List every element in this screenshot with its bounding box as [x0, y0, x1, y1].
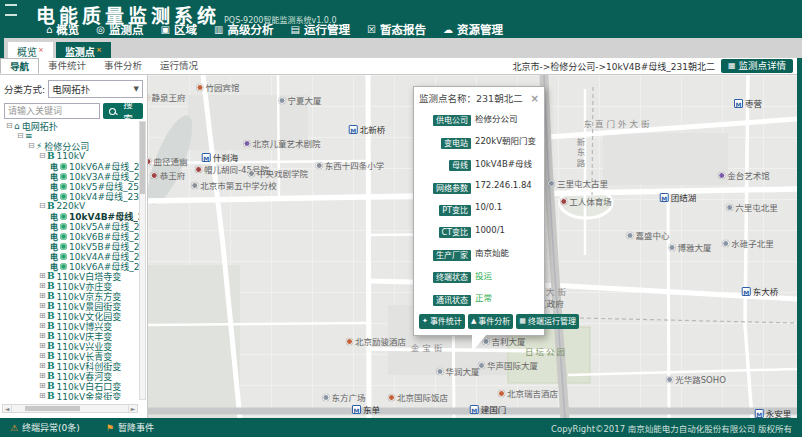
tree-item[interactable]: 电10kV4#母线_232 120	[0, 191, 139, 201]
nav-item-region[interactable]: ▣区域	[161, 21, 197, 37]
map-canvas[interactable]: 竹园宾馆静泉王府宁夏大厦M北新桥东直门外大街M枣营北京儿童艺术剧院M什刹海曲径通…	[148, 75, 797, 418]
panel-tab-1[interactable]: 事件统计	[39, 58, 95, 74]
map-label: 北京瑞吉酒店	[498, 387, 558, 399]
map-label: 东直门外大街	[583, 117, 652, 129]
metro-icon: M	[734, 99, 743, 108]
tab-close-icon[interactable]: ×	[96, 46, 102, 54]
nav-item-resource-management[interactable]: ☁资源管理	[443, 21, 503, 37]
field-value: 1000/1	[475, 225, 505, 235]
h-scroll-thumb[interactable]	[25, 406, 80, 411]
map-label: 恭王府	[151, 169, 186, 181]
expand-icon[interactable]: ⊞	[39, 361, 47, 371]
expand-icon[interactable]: ⊞	[39, 321, 47, 331]
expand-icon[interactable]: ⊞	[39, 271, 47, 281]
expand-icon[interactable]: ⊞	[39, 301, 47, 311]
panel-tab-2[interactable]: 事件分析	[95, 58, 151, 74]
close-icon[interactable]: ×	[531, 94, 539, 103]
expand-icon[interactable]: ⊞	[39, 281, 47, 291]
main-nav: ⌂概览◎监测点▣区域▥高级分析▤运行管理☒暂态报告☁资源管理	[46, 21, 503, 37]
expand-icon[interactable]: ⊞	[39, 371, 47, 381]
nav-item-overview[interactable]: ⌂概览	[46, 21, 79, 37]
map-label: 中央戏剧学院	[248, 167, 308, 179]
nav-item-operation-management[interactable]: ▤运行管理	[291, 21, 350, 37]
expand-icon[interactable]: ⊞	[39, 391, 47, 400]
field-label: 终端状态	[433, 272, 471, 283]
field-label: 供电公司	[433, 115, 471, 126]
map-label: 工人体育场	[560, 195, 612, 207]
right-border	[797, 58, 802, 418]
warning-icon: ⚠	[10, 423, 18, 433]
copyright: CopyRight©2017 南京灿能电力自动化股份有限公司 版权所有	[551, 422, 792, 434]
popup-row: 通讯状态正常	[419, 288, 539, 307]
expand-icon[interactable]: ⊞	[39, 381, 47, 391]
expand-icon[interactable]: ⊞	[39, 331, 47, 341]
panel-tab-0[interactable]: 导航	[0, 58, 39, 74]
scroll-left-icon[interactable]: ◄	[3, 405, 12, 412]
nav-item-monitor-points[interactable]: ◎监测点	[96, 21, 143, 37]
window-tab-bar: 概览×监测点×	[0, 38, 802, 58]
map-label: 嘉盛中心	[626, 229, 669, 241]
poi-icon	[191, 182, 198, 189]
tree-h-scrollbar[interactable]: ◄ ►	[2, 404, 138, 413]
collapse-icon[interactable]: ⊟	[17, 131, 25, 141]
collapse-icon[interactable]: ⊟	[28, 141, 36, 151]
event-analysis-button[interactable]: ▲事件分析	[468, 314, 513, 329]
map-label: 静泉王府	[148, 91, 186, 103]
poi-icon	[722, 240, 729, 247]
event-stats-button[interactable]: ✦事件统计	[419, 314, 465, 329]
map-label: 三里屯太古里	[548, 177, 608, 189]
gear-icon	[60, 233, 67, 240]
gear-icon	[60, 243, 67, 250]
tree-v-scrollbar[interactable]	[139, 121, 146, 400]
poi-icon	[278, 97, 285, 104]
busbar-icon: B	[47, 341, 55, 351]
terminal-ops-button[interactable]: ▦终端运行管理	[516, 314, 579, 329]
expand-icon[interactable]: ⊞	[39, 291, 47, 301]
map-label: 北京市第五中学分校	[191, 179, 277, 191]
scroll-right-icon[interactable]: ►	[128, 405, 137, 412]
nav-item-transient-report[interactable]: ☒暂态报告	[367, 21, 426, 37]
panel-tab-3[interactable]: 运行情况	[151, 58, 207, 74]
window-tab-1[interactable]: 监测点×	[56, 42, 111, 58]
collapse-icon[interactable]: ⊟	[39, 151, 47, 161]
tree-item[interactable]: ⊟⌂电网拓扑	[0, 121, 139, 131]
busbar-icon: B	[47, 361, 55, 371]
collapse-icon[interactable]: ⊟	[6, 121, 14, 131]
classify-select[interactable]: 电网拓扑 ▼	[48, 80, 143, 98]
list-icon: ≡	[25, 131, 33, 141]
search-button[interactable]: 搜索	[103, 103, 143, 119]
field-value: 投运	[475, 269, 492, 281]
v-scroll-thumb[interactable]	[140, 122, 145, 194]
search-input[interactable]	[4, 103, 100, 119]
field-label: 生产厂家	[433, 250, 471, 261]
status-item-terminal-abnormal[interactable]: ⚠终端异常(0条)	[10, 421, 80, 434]
metro-icon: M	[742, 287, 751, 296]
bar-chart-icon: ▥	[214, 24, 223, 35]
cloud-icon: ☁	[443, 24, 453, 35]
poi-icon	[148, 158, 151, 165]
menu-icon[interactable]	[5, 4, 17, 16]
flag-icon: ⚑	[106, 423, 114, 433]
gear-icon	[60, 193, 67, 200]
tab-close-icon[interactable]: ×	[38, 46, 44, 54]
busbar-icon: B	[47, 151, 55, 161]
map-label: M建国门	[470, 403, 507, 415]
monitor-detail-button[interactable]: ▦ 监测点详情	[721, 59, 793, 73]
expand-icon[interactable]: ⊞	[39, 311, 47, 321]
popup-row: 母线10kV4B#母线	[419, 153, 539, 172]
tree-item[interactable]: ⊟⚡检修分公司	[0, 141, 139, 151]
poi-icon	[248, 170, 255, 177]
map-label: 北京儿童艺术剧院	[243, 137, 320, 149]
poi-icon	[668, 244, 675, 251]
region-icon: ▣	[161, 24, 170, 35]
expand-icon[interactable]: ⊞	[39, 351, 47, 361]
nav-item-advanced-analysis[interactable]: ▥高级分析	[214, 21, 273, 37]
expand-icon[interactable]: ⊞	[39, 341, 47, 351]
busbar-icon: B	[47, 201, 55, 211]
field-label: 母线	[449, 160, 471, 171]
meter-icon: 电	[50, 191, 58, 202]
collapse-icon[interactable]: ⊟	[39, 201, 47, 211]
window-tab-0[interactable]: 概览×	[8, 42, 53, 58]
status-item-sag-events[interactable]: ⚑暂降事件	[106, 421, 154, 434]
gear-icon	[60, 213, 67, 220]
